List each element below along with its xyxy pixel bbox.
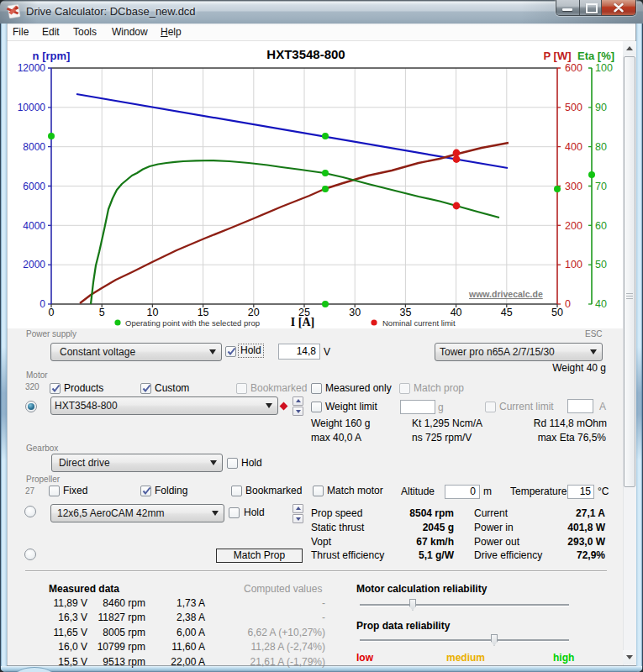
svg-text:80: 80: [595, 141, 607, 153]
svg-text:300: 300: [565, 181, 582, 192]
svg-text:I [A]: I [A]: [291, 316, 314, 328]
svg-text:100: 100: [565, 259, 582, 270]
svg-text:0: 0: [40, 298, 45, 310]
svg-text:20: 20: [248, 307, 260, 318]
svg-text:0: 0: [565, 298, 571, 310]
svg-text:10: 10: [146, 307, 158, 318]
svg-text:12000: 12000: [18, 62, 46, 74]
svg-text:0: 0: [49, 307, 55, 318]
svg-text:60: 60: [595, 220, 607, 232]
svg-text:100: 100: [595, 62, 613, 74]
svg-text:40: 40: [595, 298, 607, 310]
svg-text:P [W]: P [W]: [544, 50, 572, 62]
svg-text:15: 15: [198, 307, 209, 318]
svg-text:50: 50: [595, 259, 607, 270]
svg-text:HXT3548-800: HXT3548-800: [266, 47, 345, 61]
svg-text:8000: 8000: [23, 141, 45, 153]
svg-text:Operating point with the selec: Operating point with the selected prop: [125, 318, 260, 328]
svg-text:70: 70: [595, 181, 607, 192]
svg-text:400: 400: [565, 141, 582, 153]
svg-text:www.drivecalc.de: www.drivecalc.de: [468, 289, 543, 299]
svg-text:50: 50: [551, 307, 563, 318]
svg-text:30: 30: [349, 307, 361, 318]
svg-text:4000: 4000: [23, 220, 45, 232]
svg-text:6000: 6000: [23, 181, 45, 192]
svg-text:40: 40: [451, 307, 462, 318]
svg-text:200: 200: [565, 220, 582, 232]
svg-text:2000: 2000: [23, 259, 45, 270]
svg-text:90: 90: [595, 102, 607, 113]
svg-text:Nominal current limit: Nominal current limit: [382, 318, 456, 328]
svg-text:10000: 10000: [18, 102, 46, 113]
svg-text:45: 45: [501, 307, 513, 318]
svg-text:500: 500: [565, 102, 582, 113]
svg-text:Eta [%]: Eta [%]: [577, 50, 614, 62]
svg-text:600: 600: [565, 62, 582, 74]
svg-text:35: 35: [399, 307, 411, 318]
svg-text:n [rpm]: n [rpm]: [33, 50, 71, 62]
svg-text:5: 5: [99, 307, 105, 318]
